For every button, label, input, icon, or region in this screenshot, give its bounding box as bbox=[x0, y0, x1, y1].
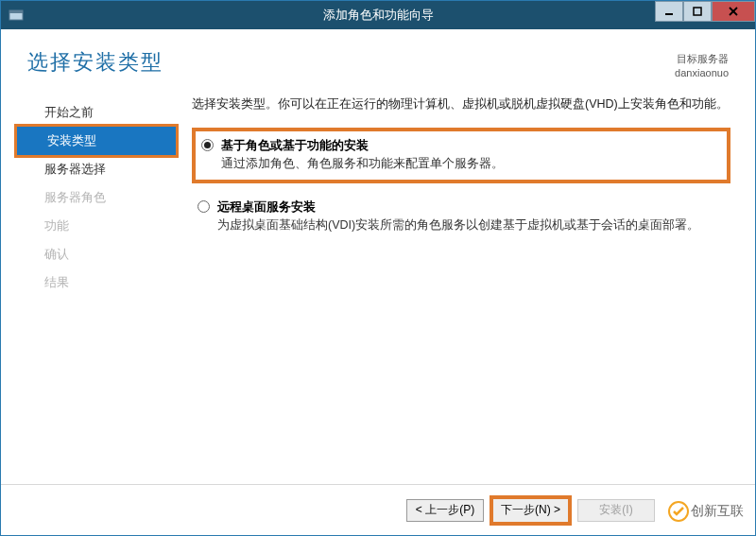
page-title: 选择安装类型 bbox=[27, 48, 163, 77]
sidebar-item-label: 结果 bbox=[44, 275, 69, 289]
content-pane: 选择安装类型。你可以在正在运行的物理计算机、虚拟机或脱机虚拟硬盘(VHD)上安装… bbox=[186, 95, 749, 484]
titlebar: 添加角色和功能向导 bbox=[1, 1, 755, 29]
step-confirmation: 确认 bbox=[7, 240, 186, 268]
sidebar-item-label: 安装类型 bbox=[47, 133, 96, 147]
step-server-selection[interactable]: 服务器选择 bbox=[7, 155, 186, 183]
wizard-body: 选择安装类型 目标服务器 danxiaonuo 开始之前 安装类型 服务器选择 … bbox=[1, 29, 755, 535]
option-role-based[interactable]: 基于角色或基于功能的安装 通过添加角色、角色服务和功能来配置单个服务器。 bbox=[192, 128, 730, 183]
option-remote-desktop-desc: 为虚拟桌面基础结构(VDI)安装所需的角色服务以创建基于虚拟机或基于会话的桌面部… bbox=[217, 217, 699, 233]
window-title: 添加角色和功能向导 bbox=[1, 7, 755, 24]
header-row: 选择安装类型 目标服务器 danxiaonuo bbox=[1, 29, 755, 89]
install-button: 安装(I) bbox=[577, 499, 655, 522]
wizard-window: 添加角色和功能向导 选择安装类型 目标服务器 danxiaonuo 开始之前 bbox=[0, 0, 756, 536]
step-before-you-begin[interactable]: 开始之前 bbox=[7, 98, 186, 127]
sidebar-item-label: 开始之前 bbox=[44, 105, 94, 119]
sidebar-item-label: 功能 bbox=[44, 218, 69, 233]
destination-server-label: 目标服务器 bbox=[675, 52, 729, 66]
wizard-footer: < 上一步(P) 下一步(N) > 安装(I) 取消 bbox=[1, 484, 755, 535]
next-button[interactable]: 下一步(N) > bbox=[490, 495, 572, 526]
previous-button[interactable]: < 上一步(P) bbox=[406, 499, 484, 522]
option-role-based-title: 基于角色或基于功能的安装 bbox=[221, 137, 504, 154]
main-row: 开始之前 安装类型 服务器选择 服务器角色 功能 确认 结果 选择安装类型。你可… bbox=[1, 89, 755, 484]
sidebar-item-label: 服务器选择 bbox=[44, 162, 106, 176]
step-server-roles: 服务器角色 bbox=[7, 183, 186, 212]
sidebar-item-label: 服务器角色 bbox=[44, 190, 106, 204]
sidebar-item-label: 确认 bbox=[44, 247, 69, 261]
step-installation-type[interactable]: 安装类型 bbox=[14, 124, 179, 158]
radio-remote-desktop[interactable] bbox=[198, 200, 210, 213]
wizard-steps-sidebar: 开始之前 安装类型 服务器选择 服务器角色 功能 确认 结果 bbox=[7, 95, 186, 484]
option-role-based-desc: 通过添加角色、角色服务和功能来配置单个服务器。 bbox=[221, 156, 504, 172]
option-remote-desktop-title: 远程桌面服务安装 bbox=[217, 199, 699, 216]
option-remote-desktop[interactable]: 远程桌面服务安装 为虚拟桌面基础结构(VDI)安装所需的角色服务以创建基于虚拟机… bbox=[192, 193, 730, 241]
radio-role-based[interactable] bbox=[201, 139, 214, 151]
destination-server: 目标服务器 danxiaonuo bbox=[675, 48, 729, 81]
step-results: 结果 bbox=[7, 268, 186, 297]
instruction-text: 选择安装类型。你可以在正在运行的物理计算机、虚拟机或脱机虚拟硬盘(VHD)上安装… bbox=[192, 96, 730, 112]
step-features: 功能 bbox=[7, 212, 186, 240]
destination-server-value: danxiaonuo bbox=[675, 66, 729, 80]
